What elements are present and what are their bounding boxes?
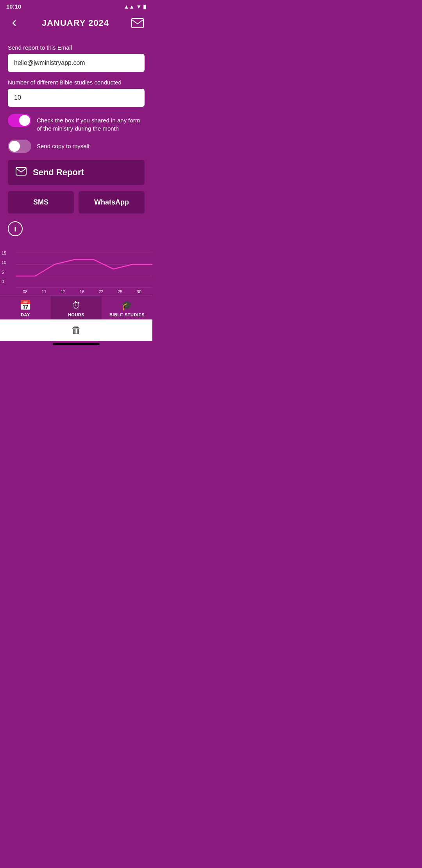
tab-day-label: DAY (21, 312, 30, 317)
signal-icon: ▲▲ (123, 4, 134, 10)
status-bar: 10:10 ▲▲ ▼ ▮ (0, 0, 152, 11)
ministry-toggle-label: Check the box if you shared in any form … (37, 114, 145, 133)
copy-myself-toggle-row: Send copy to myself (8, 140, 145, 153)
nav-indicator (53, 343, 100, 345)
hours-icon: ⏱ (72, 300, 81, 311)
email-button[interactable] (129, 14, 146, 32)
ministry-toggle[interactable] (8, 114, 31, 127)
email-section: Send report to this Email (8, 44, 145, 79)
share-buttons-row: SMS WhatsApp (8, 191, 145, 213)
page-title: JANUARY 2024 (42, 18, 109, 28)
bible-studies-icon: 🎓 (121, 300, 133, 311)
tab-day[interactable]: 📅 DAY (0, 296, 51, 319)
email-input[interactable] (8, 54, 145, 72)
info-icon[interactable]: i (8, 221, 23, 236)
chart-svg-wrap (16, 253, 148, 288)
send-report-label: Send Report (33, 167, 84, 178)
svg-rect-1 (16, 167, 26, 175)
wifi-icon: ▼ (136, 4, 141, 10)
day-icon: 📅 (20, 300, 31, 311)
chart-y-labels: 15 10 5 0 (0, 251, 8, 284)
copy-myself-toggle-switch[interactable] (8, 140, 31, 153)
chart-area: 15 10 5 0 08 11 12 16 22 25 30 (0, 249, 152, 296)
bottom-action-bar: 🗑 (0, 319, 152, 341)
bottom-tabs: 📅 DAY ⏱ HOURS 🎓 BIBLE STUDIES (0, 296, 152, 319)
trash-icon: 🗑 (71, 324, 81, 336)
bible-studies-section: Number of different Bible studies conduc… (8, 79, 145, 114)
y-label-0: 0 (2, 279, 6, 284)
battery-icon: ▮ (143, 4, 146, 10)
send-report-button[interactable]: Send Report (8, 160, 145, 185)
send-report-icon (16, 167, 27, 178)
x-label-25: 25 (118, 289, 122, 294)
ministry-toggle-knob (19, 115, 30, 126)
y-label-15: 15 (2, 251, 6, 255)
delete-button[interactable]: 🗑 (71, 324, 81, 336)
header: JANUARY 2024 (0, 11, 152, 38)
y-label-10: 10 (2, 260, 6, 265)
x-label-11: 11 (42, 289, 46, 294)
bible-studies-input[interactable] (8, 89, 145, 107)
x-label-08: 08 (23, 289, 27, 294)
tab-bible-studies[interactable]: 🎓 BIBLE STUDIES (102, 296, 152, 319)
tab-hours[interactable]: ⏱ HOURS (51, 296, 102, 319)
tab-bible-studies-label: BIBLE STUDIES (109, 312, 145, 317)
x-label-16: 16 (80, 289, 84, 294)
chart-svg (16, 253, 152, 288)
y-label-5: 5 (2, 270, 6, 274)
ministry-toggle-row: Check the box if you shared in any form … (8, 114, 145, 133)
ministry-toggle-switch[interactable] (8, 114, 31, 127)
copy-myself-toggle[interactable] (8, 140, 31, 153)
x-label-12: 12 (61, 289, 65, 294)
bible-studies-label: Number of different Bible studies conduc… (8, 79, 145, 86)
main-content: Send report to this Email Number of diff… (0, 38, 152, 249)
email-label: Send report to this Email (8, 44, 145, 51)
status-icons: ▲▲ ▼ ▮ (123, 4, 146, 10)
x-label-30: 30 (137, 289, 141, 294)
status-time: 10:10 (6, 3, 21, 10)
copy-myself-toggle-label: Send copy to myself (37, 140, 89, 150)
whatsapp-button[interactable]: WhatsApp (79, 191, 145, 213)
info-section: i (8, 221, 145, 236)
chart-x-labels: 08 11 12 16 22 25 30 (16, 288, 148, 294)
sms-button[interactable]: SMS (8, 191, 74, 213)
svg-rect-0 (132, 18, 143, 28)
x-label-22: 22 (98, 289, 103, 294)
tab-hours-label: HOURS (68, 312, 84, 317)
back-button[interactable] (6, 15, 22, 31)
copy-myself-toggle-knob (9, 141, 20, 152)
